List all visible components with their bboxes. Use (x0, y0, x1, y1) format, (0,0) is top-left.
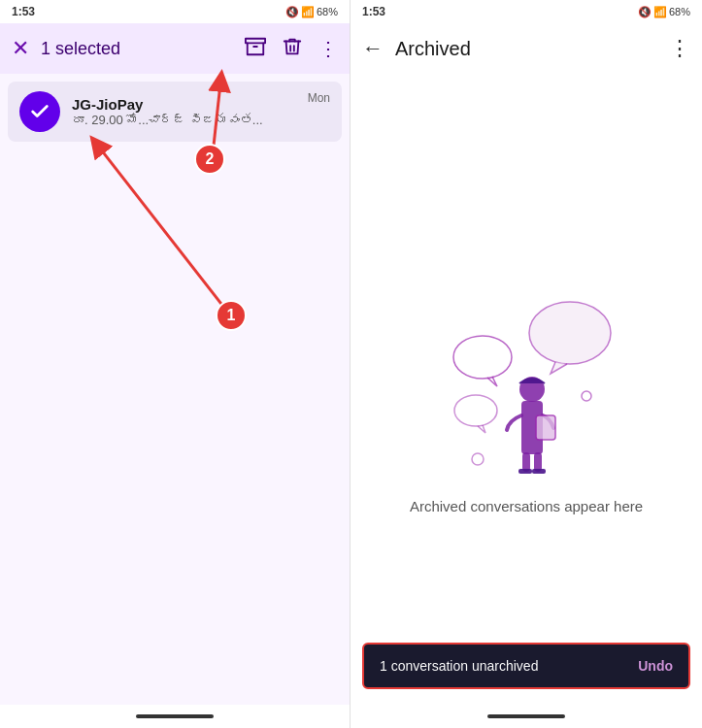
svg-point-8 (472, 453, 484, 465)
nav-indicator (136, 714, 214, 718)
message-time: Mon (308, 91, 330, 105)
right-wifi-icon: 📶 (653, 6, 667, 18)
back-button[interactable]: ← (362, 36, 384, 61)
toolbar-action-icons: ⋮ (245, 36, 338, 62)
svg-rect-15 (536, 415, 555, 440)
empty-state-text: Archived conversations appear here (410, 498, 643, 514)
message-preview: రూ. 29.00 మో...చార్జ్ విజయవంత... (72, 113, 296, 127)
avatar-check (19, 91, 60, 132)
left-status-icons: 🔇 📶 68% (285, 6, 338, 18)
page-title: Archived (395, 38, 657, 60)
left-panel: 1:53 🔇 📶 68% ✕ 1 selected (0, 0, 351, 728)
snackbar: 1 conversation unarchived Undo (362, 643, 690, 689)
undo-button[interactable]: Undo (638, 658, 673, 674)
archived-illustration (429, 265, 623, 479)
snackbar-message: 1 conversation unarchived (380, 658, 538, 674)
selected-count-label: 1 selected (41, 39, 233, 59)
selection-toolbar: ✕ 1 selected (0, 23, 350, 74)
right-panel: 1:53 🔇 📶 68% ← Archived ⋮ (351, 0, 702, 728)
right-bluetooth-icon: 🔇 (638, 6, 652, 18)
close-button[interactable]: ✕ (12, 36, 29, 61)
message-content: JG-JioPay రూ. 29.00 మో...చార్జ్ విజయవంత.… (72, 96, 296, 127)
left-status-bar: 1:53 🔇 📶 68% (0, 0, 350, 23)
message-item[interactable]: JG-JioPay రూ. 29.00 మో...చార్జ్ విజయవంత.… (8, 82, 342, 142)
svg-point-6 (454, 395, 497, 426)
svg-point-5 (453, 336, 512, 379)
message-sender: JG-JioPay (72, 96, 296, 113)
more-options-icon[interactable]: ⋮ (318, 37, 338, 60)
wifi-icon: 📶 (301, 6, 315, 18)
archive-icon[interactable] (245, 36, 266, 62)
right-more-options-icon[interactable]: ⋮ (669, 36, 690, 61)
circle-label-1: 1 (216, 300, 247, 331)
bluetooth-icon: 🔇 (285, 6, 299, 18)
svg-rect-0 (246, 38, 265, 43)
svg-rect-13 (518, 469, 532, 474)
right-toolbar: ← Archived ⋮ (351, 23, 702, 74)
archived-content: Archived conversations appear here (351, 74, 702, 705)
right-time: 1:53 (362, 5, 385, 18)
delete-icon[interactable] (282, 36, 303, 62)
battery-icon: 68% (317, 6, 338, 17)
right-nav-indicator (487, 714, 565, 718)
left-bottom-bar (0, 705, 350, 728)
svg-point-4 (529, 302, 611, 364)
svg-point-7 (582, 391, 591, 401)
circle-label-2: 2 (194, 144, 225, 175)
right-status-bar: 1:53 🔇 📶 68% (351, 0, 702, 23)
message-list: JG-JioPay రూ. 29.00 మో...చార్జ్ విజయవంత.… (0, 74, 350, 705)
svg-rect-14 (532, 469, 546, 474)
left-time: 1:53 (12, 5, 35, 18)
right-bottom-bar (351, 705, 702, 728)
right-battery-icon: 68% (669, 6, 690, 17)
right-status-icons: 🔇 📶 68% (638, 6, 690, 18)
